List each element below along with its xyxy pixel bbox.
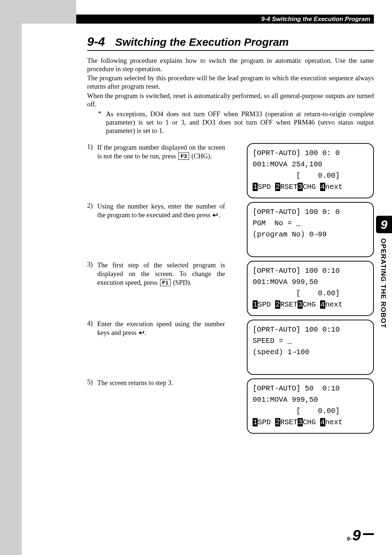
svg-marker-1 <box>138 331 140 335</box>
lcd-line <box>253 240 368 251</box>
enter-key-icon <box>138 329 145 338</box>
lcd-line: (program No) 0→99 <box>253 229 368 240</box>
enter-key-icon <box>212 211 219 220</box>
chapter-side-tab: 9 OPERATING THE ROBOT <box>376 216 392 328</box>
lcd-line: 001:MOVA 999,50 <box>253 276 368 288</box>
lcd-panel: [OPRT-AUTO] 100 0:10SPEED = _(speed) 1→1… <box>247 320 374 375</box>
fn-key-num: 3 <box>298 418 303 426</box>
fn-key-num: 1 <box>253 183 258 191</box>
lcd-line: PGM No = _ <box>253 218 368 229</box>
svg-marker-0 <box>212 214 215 217</box>
intro-p3: When the program is switched, reset is a… <box>87 92 374 109</box>
lcd-line: 001:MOVA 254,100 <box>253 159 368 170</box>
note-text: As exceptions, DO4 does not turn OFF whe… <box>106 110 374 135</box>
lcd-line: [OPRT-AUTO] 50 0:10 <box>253 383 368 394</box>
running-header-text: 9-4 Switching the Execution Program <box>261 16 370 23</box>
lcd-line: 001:MOVA 999,50 <box>253 394 368 405</box>
step-number: 1) <box>87 143 97 161</box>
step-number: 4) <box>87 320 97 338</box>
lcd-line: [ 0.00] <box>253 288 368 299</box>
left-gutter-top <box>0 0 76 24</box>
step-row: 5)The screen returns to step 3.[OPRT-AUT… <box>87 378 374 434</box>
chapter-number: 9 <box>376 216 392 233</box>
lcd-panel: [OPRT-AUTO] 50 0:10001:MOVA 999,50 [ 0.0… <box>247 378 374 434</box>
lcd-line: [ 0.00] <box>253 405 368 417</box>
lcd-line: [ 0.00] <box>253 170 368 181</box>
fn-key-num: 2 <box>275 418 280 426</box>
intro-block: The following procedure explains how to … <box>87 57 374 135</box>
step-row: 2)Using the number keys, enter the numbe… <box>87 202 374 257</box>
section-title: Switching the Execution Program <box>115 36 289 48</box>
page-number: 9- 9 <box>347 527 374 544</box>
step-text: The screen returns to step 3. <box>97 378 225 387</box>
keycap-f3: F3 <box>178 153 189 160</box>
step-number: 2) <box>87 202 97 220</box>
intro-p1: The following procedure explains how to … <box>87 57 374 73</box>
step-row: 1)If the program number displayed on the… <box>87 143 374 198</box>
intro-p2: The program selected by this procedure w… <box>87 74 374 91</box>
fn-key-num: 2 <box>275 183 280 191</box>
step-number: 3) <box>87 261 97 287</box>
running-header: 9-4 Switching the Execution Program <box>76 15 374 24</box>
lcd-fn-line: 1SPD 2RSET3CHG 4next <box>253 181 368 193</box>
lcd-line: [OPRT-AUTO] 100 0:10 <box>253 265 368 276</box>
lcd-line: [OPRT-AUTO] 100 0: 0 <box>253 206 368 218</box>
lcd-line: [OPRT-AUTO] 100 0: 0 <box>253 147 368 159</box>
left-gutter <box>0 24 22 555</box>
lcd-line: [OPRT-AUTO] 100 0:10 <box>253 324 368 335</box>
step-number: 5) <box>87 378 97 387</box>
step-text: If the program number displayed on the s… <box>97 143 225 161</box>
fn-key-num: 1 <box>253 300 258 309</box>
fn-key-num: 4 <box>320 418 325 426</box>
fn-key-num: 2 <box>275 300 280 309</box>
step-text: Enter the execution speed using the numb… <box>97 320 225 338</box>
lcd-panel: [OPRT-AUTO] 100 0:10001:MOVA 999,50 [ 0.… <box>247 261 374 316</box>
chapter-label: OPERATING THE ROBOT <box>376 238 387 328</box>
fn-key-num: 3 <box>298 300 303 309</box>
lcd-fn-line: 1SPD 2RSET3CHG 4next <box>253 417 368 428</box>
fn-key-num: 4 <box>320 183 325 191</box>
fn-key-num: 1 <box>253 418 258 426</box>
keycap-f1: F1 <box>160 279 171 286</box>
step-row: 3)The first step of the selected program… <box>87 261 374 316</box>
note-asterisk: * <box>98 110 106 135</box>
section-heading: 9-4 Switching the Execution Program <box>87 35 374 51</box>
lcd-line: SPEED = _ <box>253 335 368 347</box>
lcd-fn-line: 1SPD 2RSET3CHG 4next <box>253 299 368 310</box>
page-num-value: 9 <box>352 527 361 544</box>
page-num-rule <box>363 533 374 535</box>
lcd-panel: [OPRT-AUTO] 100 0: 0001:MOVA 254,100 [ 0… <box>247 143 374 198</box>
steps-list: 1)If the program number displayed on the… <box>87 143 374 434</box>
fn-key-num: 4 <box>320 300 325 309</box>
lcd-line: (speed) 1→100 <box>253 347 368 358</box>
section-num: 9-4 <box>87 35 105 48</box>
step-text: The first step of the selected program i… <box>97 261 225 287</box>
lcd-line <box>253 358 368 369</box>
page-num-prefix: 9- <box>347 535 351 542</box>
step-row: 4)Enter the execution speed using the nu… <box>87 320 374 375</box>
step-text: Using the number keys, enter the number … <box>97 202 225 220</box>
fn-key-num: 3 <box>298 183 303 191</box>
lcd-panel: [OPRT-AUTO] 100 0: 0PGM No = _(program N… <box>247 202 374 257</box>
